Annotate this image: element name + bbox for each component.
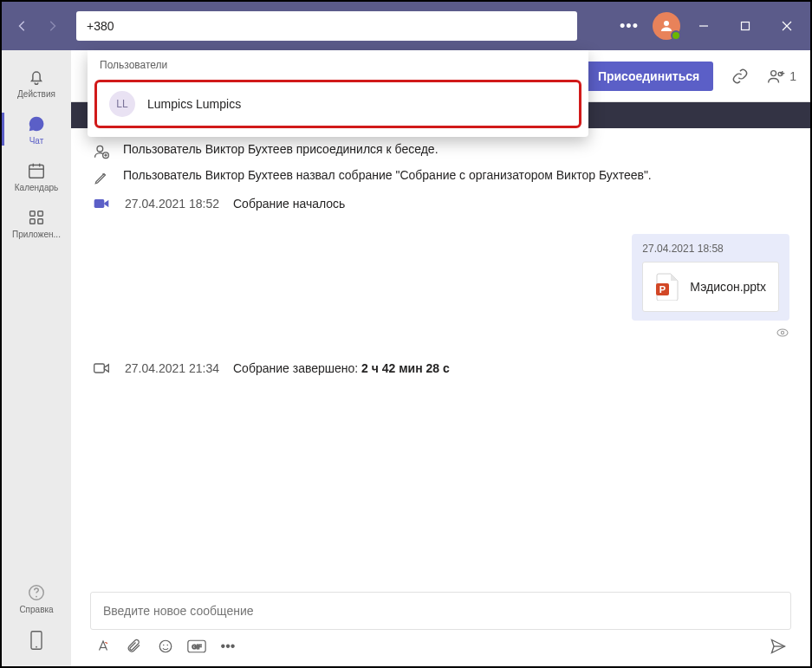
sidebar-item-help[interactable]: Справка (2, 574, 71, 621)
file-name: Мэдисон.pptx (690, 280, 766, 294)
compose-more-button[interactable]: ••• (218, 637, 237, 656)
search-results-dropdown: Пользователи LL Lumpics Lumpics (88, 50, 588, 137)
sidebar-item-label: Чат (29, 136, 44, 146)
sidebar-item-chat[interactable]: Чат (2, 106, 71, 152)
svg-rect-3 (29, 165, 44, 178)
svg-point-19 (97, 146, 103, 152)
svg-rect-2 (742, 23, 750, 30)
svg-point-0 (664, 21, 669, 26)
presence-badge (671, 30, 681, 41)
sidebar-item-label: Календарь (15, 183, 58, 192)
sidebar-item-mobile[interactable] (2, 621, 71, 659)
message-timestamp: 27.04.2021 18:58 (642, 243, 779, 255)
compose-input[interactable] (103, 604, 778, 618)
sidebar-item-activity[interactable]: Действия (2, 59, 71, 106)
meeting-end-label: Собрание завершено: 2 ч 42 мин 28 с (233, 361, 450, 375)
emoji-button[interactable] (156, 637, 175, 656)
copy-link-button[interactable] (725, 62, 755, 91)
powerpoint-icon: P (655, 273, 679, 301)
meeting-end-time: 27.04.2021 21:34 (125, 361, 219, 375)
svg-point-26 (777, 329, 788, 336)
chat-message-list: Пользователь Виктор Бухтеев присоединилс… (71, 128, 810, 592)
bell-icon (26, 67, 47, 88)
format-button[interactable] (94, 637, 113, 656)
file-attachment[interactable]: P Мэдисон.pptx (642, 262, 779, 312)
send-button[interactable] (769, 637, 788, 656)
svg-rect-9 (30, 218, 36, 224)
sidebar-item-label: Справка (19, 605, 53, 614)
svg-point-14 (36, 646, 37, 648)
app-sidebar: Действия Чат Календарь Приложен... (2, 50, 71, 666)
window-maximize-button[interactable] (727, 12, 763, 40)
svg-rect-23 (94, 199, 105, 208)
result-name: Lumpics Lumpics (147, 97, 241, 111)
svg-point-15 (771, 70, 776, 75)
svg-point-30 (159, 640, 172, 652)
svg-point-27 (781, 331, 783, 334)
sidebar-item-apps[interactable]: Приложен... (2, 199, 71, 246)
svg-rect-10 (38, 218, 43, 224)
compose-box[interactable] (90, 592, 791, 630)
svg-text:GIF: GIF (192, 644, 201, 650)
join-meeting-button[interactable]: Присоединиться (584, 62, 713, 91)
dropdown-section-label: Пользователи (88, 59, 588, 76)
nav-back-button[interactable] (10, 14, 35, 38)
calendar-icon (26, 160, 47, 181)
sidebar-item-calendar[interactable]: Календарь (2, 152, 71, 199)
search-input[interactable] (87, 19, 567, 33)
search-box[interactable] (76, 11, 577, 41)
svg-point-12 (36, 595, 37, 597)
window-close-button[interactable] (769, 12, 805, 40)
svg-rect-8 (38, 211, 43, 216)
result-avatar: LL (109, 91, 135, 117)
participants-button[interactable]: 1 (767, 68, 796, 85)
meeting-start-label: Собрание началось (233, 197, 345, 211)
apps-icon (26, 207, 47, 228)
mobile-icon (26, 630, 47, 651)
svg-text:P: P (659, 284, 666, 295)
svg-point-31 (163, 645, 165, 646)
window-minimize-button[interactable] (685, 12, 722, 40)
system-message-text: Пользователь Виктор Бухтеев присоединилс… (123, 142, 438, 156)
user-avatar[interactable] (653, 12, 680, 40)
chat-icon (26, 113, 47, 134)
pencil-icon (92, 168, 111, 187)
svg-rect-28 (94, 364, 105, 373)
svg-point-32 (167, 645, 169, 646)
sidebar-item-label: Приложен... (12, 230, 61, 239)
video-outline-icon (92, 359, 111, 378)
main-content: Присоединиться 1 Пользователь Ви (71, 50, 810, 666)
nav-forward-button[interactable] (40, 14, 64, 38)
message-bubble: 27.04.2021 18:58 P Мэдисон.pptx (632, 234, 789, 340)
system-message-text: Пользователь Виктор Бухтеев назвал собра… (123, 168, 652, 182)
sidebar-item-label: Действия (17, 89, 55, 99)
svg-rect-7 (30, 211, 36, 216)
seen-icon (776, 326, 789, 340)
gif-button[interactable]: GIF (187, 637, 206, 656)
more-options-button[interactable]: ••• (611, 12, 647, 40)
participants-count: 1 (789, 69, 796, 83)
search-result-item[interactable]: LL Lumpics Lumpics (94, 80, 581, 128)
attach-button[interactable] (125, 637, 144, 656)
title-bar: ••• (2, 2, 810, 50)
meeting-start-time: 27.04.2021 18:52 (125, 197, 219, 211)
compose-area: GIF ••• (71, 592, 810, 666)
user-added-icon (92, 142, 111, 161)
video-icon (92, 194, 111, 213)
help-icon (26, 582, 47, 603)
